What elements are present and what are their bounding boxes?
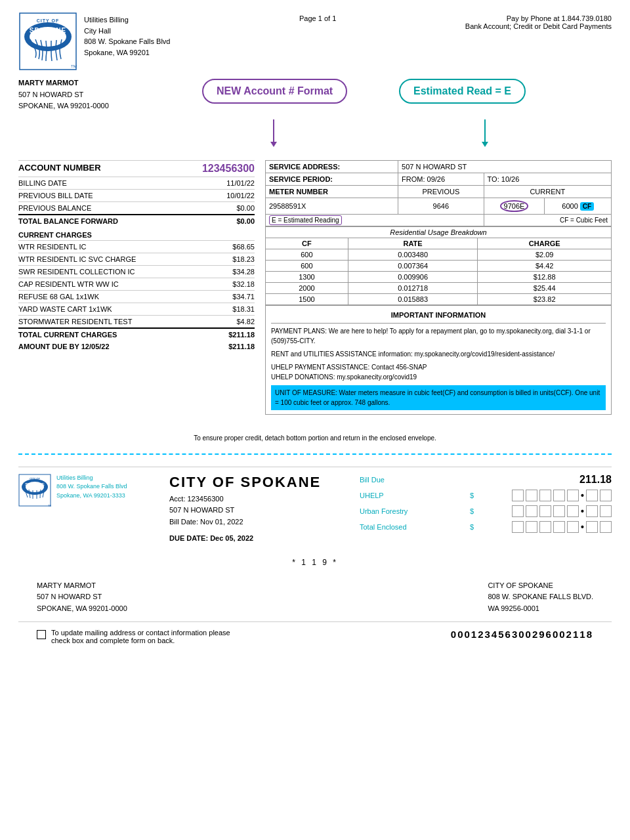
meter-values-row: 29588591X 9646 9706E 6000 CF — [266, 198, 612, 215]
header-center: Page 1 of 1 — [299, 12, 336, 22]
charge-row-5: YARD WASTE CART 1x1WK $18.31 — [18, 303, 255, 315]
cf-value: 6000 — [562, 202, 578, 210]
svg-text:SPOKANE: SPOKANE — [25, 482, 45, 486]
charge-row-4: REFUSE 68 GAL 1x1WK $34.71 — [18, 290, 255, 303]
bottom-detail: Acct: 123456300 507 N HOWARD ST Bill Dat… — [169, 494, 346, 545]
barcode-number: 000123456300296002118 — [451, 629, 593, 640]
header-left: CITY OF SPOKANE TM Utilities Billing Cit… — [18, 12, 170, 71]
customer-section: MARTY MARMOT 507 N HOWARD ST SPOKANE, WA… — [18, 77, 612, 150]
usage-table: Residential Usage Breakdown CF RATE CHAR… — [265, 226, 612, 305]
uhelp-input[interactable]: • — [512, 490, 612, 501]
uhelp-text: UHELP PAYMENT ASSISTANCE: Contact 456-SN… — [271, 362, 606, 382]
annotations-area: NEW Account # Format Estimated Read = E — [163, 77, 612, 150]
unit-measure-text: UNIT OF MEASURE: Water meters measure in… — [271, 385, 606, 410]
city-title: CITY OF SPOKANE — [169, 474, 346, 491]
mail-section: MARTY MARMOT 507 N HOWARD ST SPOKANE, WA… — [18, 574, 612, 621]
estimated-note-row: E = Estimated Reading CF = Cubic Feet — [266, 215, 612, 226]
update-text: To update mailing address or contact inf… — [51, 629, 234, 644]
account-number-value: 123456300 — [202, 163, 255, 175]
charge-row-3: CAP RESIDENTL WTR WW IC $32.18 — [18, 278, 255, 290]
company-address: 808 W. Spokane Falls Blvd — [84, 36, 170, 47]
company-city: Spokane, WA 99201 — [84, 47, 170, 58]
service-table: SERVICE ADDRESS: 507 N HOWARD ST SERVICE… — [265, 160, 612, 226]
charge-row-1: WTR RESIDENTL IC SVC CHARGE $18.23 — [18, 253, 255, 265]
bill-due-row: Bill Due 211.18 — [360, 474, 612, 486]
uhelp-row: UHELP $ • — [360, 490, 612, 501]
recipient-address: CITY OF SPOKANE 808 W. SPOKANE FALLS BLV… — [488, 580, 593, 615]
usage-title-row: Residential Usage Breakdown — [266, 227, 612, 238]
important-info-title: IMPORTANT INFORMATION — [271, 310, 606, 324]
dashed-separator — [18, 453, 612, 455]
usage-row-0: 600 0.003480 $2.09 — [266, 249, 612, 261]
update-checkbox[interactable] — [37, 630, 46, 639]
service-address-row: SERVICE ADDRESS: 507 N HOWARD ST — [266, 161, 612, 173]
account-number-row: ACCOUNT NUMBER 123456300 — [18, 160, 255, 177]
prev-balance-row: PREVIOUS BALANCE $0.00 — [18, 201, 255, 214]
billing-date-row: BILLING DATE 11/01/22 — [18, 177, 255, 189]
bottom-right: Bill Due 211.18 UHELP $ • Urban For — [346, 474, 612, 545]
charge-row-0: WTR RESIDENTL IC $68.65 — [18, 240, 255, 253]
usage-header-row: CF RATE CHARGE — [266, 238, 612, 249]
page-info: Page 1 of 1 — [299, 14, 336, 22]
rent-assistance-text: RENT and UTILITIES ASSISTANCE informatio… — [271, 349, 606, 359]
bottom-logo: CITY OF SPOKANE TM — [18, 474, 51, 510]
update-section: To update mailing address or contact inf… — [18, 621, 612, 651]
meter-header-row: METER NUMBER PREVIOUS CURRENT — [266, 186, 612, 198]
total-charges-row: TOTAL CURRENT CHARGES $211.18 — [18, 327, 255, 341]
billing-left: ACCOUNT NUMBER 123456300 BILLING DATE 11… — [18, 160, 255, 415]
barcode-section: * 1 1 9 * — [18, 558, 612, 567]
charge-row-6: STORMWATER RESIDENTL TEST $4.82 — [18, 315, 255, 327]
arrow-to-account — [273, 119, 274, 143]
barcode-text: * 1 1 9 * — [18, 558, 612, 567]
service-period-row: SERVICE PERIOD: FROM: 09/26 TO: 10/26 — [266, 173, 612, 186]
company-name: Utilities Billing — [84, 14, 170, 26]
sender-address: MARTY MARMOT 507 N HOWARD ST SPOKANE, WA… — [37, 580, 127, 615]
usage-row-1: 600 0.007364 $4.42 — [266, 261, 612, 272]
bottom-logo-row: CITY OF SPOKANE TM Utilities Billing 808… — [18, 474, 163, 510]
total-enclosed-row: Total Enclosed $ • — [360, 521, 612, 533]
usage-row-4: 1500 0.015883 $23.82 — [266, 294, 612, 305]
current-charges-header: CURRENT CHARGES — [18, 231, 255, 239]
usage-row-2: 1300 0.009906 $12.88 — [266, 272, 612, 283]
prev-bill-date-row: PREVIOUS BILL DATE 10/01/22 — [18, 189, 255, 201]
urban-input[interactable]: • — [512, 505, 612, 517]
current-reading: 9706E — [500, 200, 529, 212]
usage-row-3: 2000 0.012718 $25.44 — [266, 283, 612, 294]
payment-methods: Bank Account; Credit or Debit Card Payme… — [465, 22, 612, 30]
customer-city: SPOKANE, WA 99201-0000 — [18, 100, 150, 112]
customer-name: MARTY MARMOT — [18, 77, 150, 89]
cf-badge: CF — [580, 202, 594, 211]
bottom-center: CITY OF SPOKANE Acct: 123456300 507 N HO… — [163, 474, 346, 545]
estimated-read-bubble: Estimated Read = E — [399, 79, 526, 104]
charge-row-2: SWR RESIDENTL COLLECTION IC $34.28 — [18, 265, 255, 278]
estimated-note: E = Estimated Reading — [269, 215, 342, 225]
payment-plans-text: PAYMENT PLANS: We are here to help! To a… — [271, 326, 606, 346]
update-left: To update mailing address or contact inf… — [37, 629, 234, 644]
company-sub: City Hall — [84, 26, 170, 37]
svg-text:CITY OF: CITY OF — [37, 18, 59, 23]
phone-pay: Pay by Phone at 1.844.739.0180 — [465, 14, 612, 22]
customer-address1: 507 N HOWARD ST — [18, 89, 150, 101]
svg-text:CITY OF: CITY OF — [30, 477, 40, 480]
svg-text:TM: TM — [48, 504, 51, 507]
header: CITY OF SPOKANE TM Utilities Billing Cit… — [18, 12, 612, 71]
important-info: IMPORTANT INFORMATION PAYMENT PLANS: We … — [265, 305, 612, 415]
bottom-utility-address: Utilities Billing 808 W. Spokane Falls B… — [56, 474, 127, 501]
detach-text: To ensure proper credit, detach bottom p… — [18, 434, 612, 442]
bottom-left: CITY OF SPOKANE TM Utilities Billing 808… — [18, 474, 163, 545]
arrow-to-estimated — [484, 119, 486, 143]
balance-forward-row: TOTAL BALANCE FORWARD $0.00 — [18, 214, 255, 227]
main-content: ACCOUNT NUMBER 123456300 BILLING DATE 11… — [18, 160, 612, 415]
spokane-logo: CITY OF SPOKANE TM — [18, 12, 77, 71]
bottom-section: CITY OF SPOKANE TM Utilities Billing 808… — [18, 467, 612, 551]
cf-note: CF = Cubic Feet — [560, 217, 608, 224]
amount-due-row: AMOUNT DUE BY 12/05/22 $211.18 — [18, 341, 255, 352]
billing-right: SERVICE ADDRESS: 507 N HOWARD ST SERVICE… — [265, 160, 612, 415]
total-input[interactable]: • — [512, 521, 612, 533]
header-address: Utilities Billing City Hall 808 W. Spoka… — [84, 12, 170, 58]
svg-text:TM: TM — [71, 64, 77, 68]
svg-text:SPOKANE: SPOKANE — [30, 27, 66, 34]
urban-row: Urban Forestry $ • — [360, 505, 612, 517]
header-right: Pay by Phone at 1.844.739.0180 Bank Acco… — [465, 12, 612, 30]
account-number-label: ACCOUNT NUMBER — [18, 163, 101, 175]
